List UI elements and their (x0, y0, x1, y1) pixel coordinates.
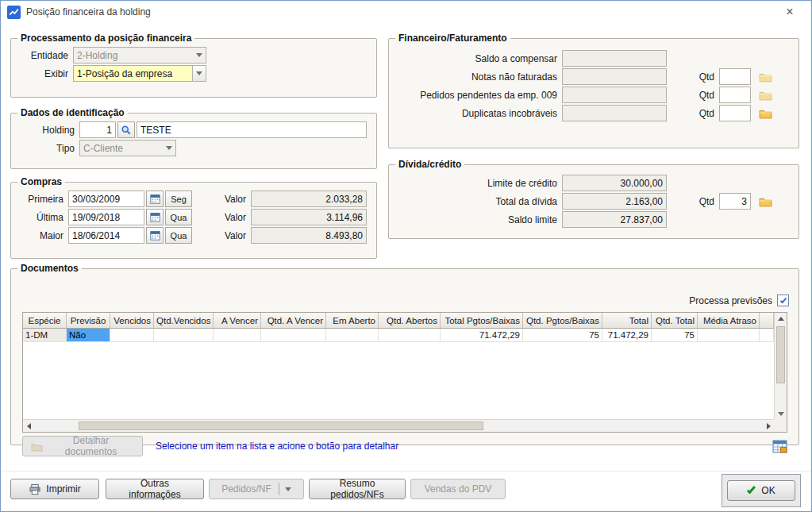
outras-informacoes-button[interactable]: Outras informações (106, 479, 204, 499)
notas-nao-faturadas-field[interactable] (562, 68, 667, 85)
export-grid-button[interactable] (772, 438, 787, 454)
table-row[interactable]: 1-DM Não 71.472,29 75 71.472,29 75 (23, 329, 774, 342)
ultima-compra-valor-field[interactable] (251, 209, 367, 225)
pedidos-detail-button[interactable] (757, 87, 773, 103)
scroll-up-icon[interactable] (775, 313, 787, 324)
cell-qtd-pgtos-baixas[interactable]: 75 (523, 329, 602, 342)
tipo-label: Tipo (17, 143, 75, 154)
pedidos-nf-button[interactable]: Pedidos/NF (209, 479, 304, 499)
divida-detail-button[interactable] (757, 194, 773, 210)
saldo-limite-field[interactable] (562, 211, 667, 228)
cell-vencidos[interactable] (110, 329, 154, 342)
duplicatas-qtd-field[interactable] (719, 105, 751, 121)
cell-qtd-total[interactable]: 75 (652, 329, 698, 342)
primeira-compra-calendar-button[interactable] (146, 191, 164, 207)
vertical-scrollbar-thumb[interactable] (776, 326, 785, 383)
split-divider (279, 483, 279, 495)
folder-icon (759, 71, 772, 83)
notas-nao-faturadas-label: Notas não faturadas (395, 71, 557, 83)
duplicatas-detail-button[interactable] (757, 106, 773, 121)
scrollbar-corner (774, 419, 787, 432)
divida-qtd-field[interactable] (719, 193, 751, 210)
pedidos-pendentes-label: Pedidos pendentes da emp. 009 (395, 90, 557, 101)
pedidos-qtd-field[interactable] (719, 87, 751, 103)
maior-compra-valor-field[interactable] (251, 227, 367, 244)
cell-qtd-abertos[interactable] (379, 329, 441, 342)
notas-detail-button[interactable] (757, 69, 773, 85)
col-previsao[interactable]: Previsão (67, 313, 110, 329)
cell-qtd-vencidos[interactable] (154, 329, 214, 342)
col-qtd-a-vencer[interactable]: Qtd. A Vencer (261, 313, 326, 329)
col-qtd-vencidos[interactable]: Qtd.Vencidos (154, 313, 214, 329)
scroll-right-icon[interactable] (763, 420, 774, 432)
maior-compra-weekday-button[interactable]: Qua (165, 227, 192, 244)
scroll-left-icon[interactable] (23, 420, 34, 432)
cell-especie[interactable]: 1-DM (23, 329, 67, 342)
holding-search-button[interactable] (117, 121, 135, 138)
horizontal-scrollbar-thumb[interactable] (79, 422, 483, 430)
close-button[interactable]: × (773, 1, 806, 23)
dados-title: Dados de identificação (17, 107, 128, 118)
vertical-scrollbar[interactable] (774, 313, 787, 419)
detalhar-documentos-button[interactable]: Detalhar documentos (22, 436, 143, 456)
scroll-down-icon[interactable] (775, 408, 787, 419)
col-especie[interactable]: Espécie (23, 313, 67, 329)
pedidos-pendentes-field[interactable] (562, 87, 667, 103)
documentos-groupbox: Documentos Processa previsões Espécie Pr… (10, 263, 799, 445)
col-filler (760, 313, 774, 329)
primeira-compra-weekday-button[interactable]: Seg (165, 191, 192, 207)
col-qtd-total[interactable]: Qtd. Total (652, 313, 698, 329)
calendar-icon (150, 194, 160, 204)
maior-compra-date-field[interactable] (68, 227, 144, 244)
total-divida-field[interactable] (562, 193, 667, 210)
entidade-select[interactable]: 2-Holding (73, 47, 206, 64)
cell-media-atraso[interactable] (698, 329, 760, 342)
cell-previsao-selected[interactable]: Não (67, 329, 110, 342)
ultima-compra-calendar-button[interactable] (146, 209, 164, 225)
cell-a-vencer[interactable] (214, 329, 261, 342)
processamento-title: Processamento da posição financeira (17, 33, 194, 44)
limite-credito-field[interactable] (562, 175, 667, 191)
col-vencidos[interactable]: Vencidos (110, 313, 154, 329)
col-qtd-abertos[interactable]: Qtd. Abertos (379, 313, 441, 329)
primeira-compra-valor-field[interactable] (251, 191, 367, 207)
cell-qtd-a-vencer[interactable] (261, 329, 326, 342)
col-media-atraso[interactable]: Média Atraso (698, 313, 760, 329)
resumo-pedidos-nfs-button[interactable]: Resumo pedidos/NFs (309, 479, 406, 499)
primeira-compra-date-field[interactable] (68, 191, 144, 207)
exibir-select[interactable]: 1-Posição da empresa (73, 65, 206, 82)
duplicatas-incobraveis-field[interactable] (562, 105, 667, 121)
saldo-compensar-field[interactable] (562, 50, 667, 67)
imprimir-button[interactable]: Imprimir (10, 479, 99, 499)
maior-compra-calendar-button[interactable] (146, 227, 164, 244)
total-divida-label: Total da dívida (395, 196, 557, 207)
processa-previsoes-checkbox[interactable] (777, 294, 789, 306)
holding-code-field[interactable] (79, 121, 116, 138)
cell-total-pgtos-baixas[interactable]: 71.472,29 (441, 329, 523, 342)
holding-name-field[interactable] (137, 121, 367, 138)
chevron-down-icon (192, 48, 206, 63)
horizontal-scrollbar[interactable] (23, 419, 774, 432)
ok-button[interactable]: OK (727, 480, 795, 501)
dialog-window: Posição financeira da holding × Processa… (0, 0, 812, 512)
folder-icon (759, 89, 772, 101)
col-a-vencer[interactable]: A Vencer (214, 313, 261, 329)
ok-button-panel: OK (722, 474, 801, 507)
col-total-pgtos-baixas[interactable]: Total Pgtos/Baixas (441, 313, 523, 329)
qtd-label: Qtd (691, 71, 714, 83)
notas-qtd-field[interactable] (719, 68, 751, 85)
ultima-compra-weekday-button[interactable]: Qua (165, 209, 192, 225)
compras-title: Compras (17, 176, 65, 187)
col-em-aberto[interactable]: Em Aberto (326, 313, 379, 329)
qtd-label: Qtd (691, 196, 714, 207)
cell-total[interactable]: 71.472,29 (602, 329, 652, 342)
check-icon (747, 485, 756, 495)
ultima-compra-date-field[interactable] (68, 209, 144, 225)
col-total[interactable]: Total (602, 313, 652, 329)
vendas-do-pdv-button[interactable]: Vendas do PDV (410, 479, 506, 499)
col-qtd-pgtos-baixas[interactable]: Qtd. Pgtos/Baixas (523, 313, 602, 329)
tipo-select[interactable]: C-Cliente (79, 140, 176, 156)
cell-em-aberto[interactable] (326, 329, 379, 342)
holding-label: Holding (17, 125, 75, 136)
folder-icon (759, 195, 772, 207)
